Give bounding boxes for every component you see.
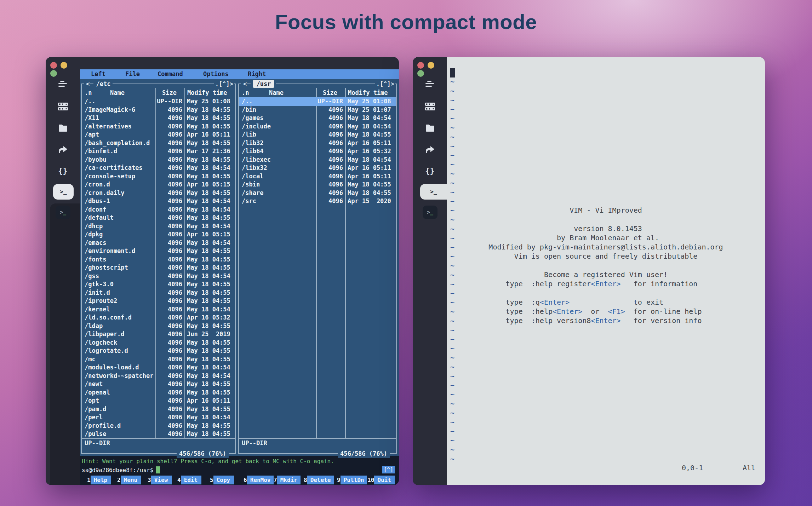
sidebar-button-hosts[interactable] (46, 102, 80, 112)
file-row[interactable]: /binfmt.d4096Mar 17 21:36 (82, 147, 235, 156)
traffic-light-zoom[interactable] (50, 70, 57, 77)
panel-path[interactable]: /usr (253, 80, 274, 88)
fkey-button-pulldn[interactable]: 9PullDn (337, 476, 367, 484)
scroll-up-badge[interactable]: [^] (382, 466, 395, 473)
menu-item-right[interactable]: Right (248, 69, 266, 79)
menu-item-command[interactable]: Command (158, 69, 183, 79)
file-row[interactable]: /dhcp4096May 18 04:54 (82, 222, 235, 231)
file-row[interactable]: /openal4096May 18 04:55 (82, 389, 235, 397)
file-row[interactable]: /gtk-3.04096May 18 04:55 (82, 280, 235, 289)
column-header-size[interactable]: Size (323, 88, 337, 97)
file-row[interactable]: /profile.d4096May 18 04:55 (82, 422, 235, 430)
column-header-modify-time[interactable]: Modify time (187, 88, 227, 97)
column-header-name[interactable]: Name (110, 88, 125, 97)
shell-prompt-line[interactable]: sa@d9a286dbee8f:/usr$[^] (82, 466, 399, 475)
sidebar-button-quick-connect[interactable] (413, 146, 447, 156)
file-row[interactable]: /libx324096Apr 16 05:11 (239, 164, 396, 172)
sidebar-button-settings-json[interactable]: {} (413, 166, 447, 176)
fkey-button-quit[interactable]: 10Quit (367, 476, 395, 484)
panel-path-header[interactable]: <─/usr (241, 80, 276, 88)
sidebar-button-files[interactable] (413, 124, 447, 134)
file-row[interactable]: /bash_completion.d4096May 18 04:55 (82, 139, 235, 148)
column-header-size[interactable]: Size (162, 88, 177, 97)
file-row[interactable]: /lib324096Apr 16 05:11 (239, 139, 396, 148)
file-row[interactable]: /cron.daily4096May 18 04:55 (82, 189, 235, 197)
fkey-button-delete[interactable]: 8Delete (304, 476, 334, 484)
file-row[interactable]: /ca-certificates4096May 18 04:54 (82, 164, 235, 172)
file-row[interactable]: /cron.d4096Apr 16 05:15 (82, 180, 235, 189)
tab-terminal-active[interactable]: >_ (53, 184, 74, 200)
file-row[interactable]: /ghostscript4096May 18 04:55 (82, 264, 235, 272)
file-row[interactable]: /..UP--DIRMay 25 01:08 (239, 97, 396, 106)
vim-editor[interactable]: ~~~~~~~~~~~~~~~~~~~~~~~~~~~~~~~~~~~~~~~~… (447, 57, 765, 485)
file-row[interactable]: /networkd-~spatcher4096May 18 04:54 (82, 372, 235, 380)
file-row[interactable]: /lib4096May 18 04:55 (239, 131, 396, 139)
traffic-light-close[interactable] (50, 62, 57, 69)
fkey-button-menu[interactable]: 2Menu (117, 476, 141, 484)
file-row[interactable]: /logrotate.d4096May 18 04:55 (82, 347, 235, 355)
fkey-button-copy[interactable]: 5Copy (210, 476, 234, 484)
menu-item-left[interactable]: Left (91, 69, 105, 79)
file-row[interactable]: /mc4096May 18 04:55 (82, 355, 235, 364)
file-row[interactable]: /perl4096May 18 04:54 (82, 413, 235, 422)
sidebar-button-files[interactable] (46, 124, 80, 134)
file-row[interactable]: /apt4096Apr 16 05:11 (82, 131, 235, 139)
panel-corner-controls[interactable]: .[^]> (375, 80, 395, 88)
file-row[interactable]: /libexec4096May 18 04:54 (239, 156, 396, 164)
file-row[interactable]: /lib644096Apr 16 05:32 (239, 147, 396, 156)
sidebar-button-settings-json[interactable]: {} (46, 166, 80, 176)
column-header-modify-time[interactable]: Modify time (348, 88, 388, 97)
file-row[interactable]: /..UP--DIRMay 25 01:08 (82, 97, 235, 106)
file-row[interactable]: /dbus-14096May 18 04:54 (82, 197, 235, 206)
traffic-light-close[interactable] (417, 62, 424, 69)
file-row[interactable]: /local4096Apr 16 05:11 (239, 172, 396, 181)
tab-terminal-inactive[interactable]: >_ (423, 206, 438, 219)
panel-corner-controls[interactable]: .[^]> (214, 80, 234, 88)
fkey-button-mkdir[interactable]: 7Mkdir (274, 476, 301, 484)
menu-item-file[interactable]: File (125, 69, 140, 79)
tab-terminal-inactive[interactable]: >_ (56, 206, 70, 219)
file-row[interactable]: /logcheck4096May 18 04:55 (82, 339, 235, 347)
sidebar-button-menu-lines[interactable] (46, 80, 80, 90)
file-row[interactable]: /libpaper.d4096Jun 25 2019 (82, 330, 235, 339)
file-row[interactable]: /alternatives4096May 18 04:55 (82, 122, 235, 131)
file-row[interactable]: /fonts4096May 18 04:55 (82, 255, 235, 264)
panel-path-header[interactable]: <─/etc (84, 80, 113, 88)
file-row[interactable]: /sbin4096May 18 04:55 (239, 180, 396, 189)
file-row[interactable]: /pam.d4096May 18 04:55 (82, 405, 235, 414)
menu-item-options[interactable]: Options (203, 69, 229, 79)
fkey-button-view[interactable]: 3View (148, 476, 172, 484)
file-row[interactable]: /init.d4096May 18 04:55 (82, 289, 235, 297)
traffic-light-minimize[interactable] (61, 62, 67, 69)
mc-terminal[interactable]: LeftFileCommandOptionsRight <─/etc.[^]>.… (80, 69, 399, 485)
column-header-n[interactable]: .n (242, 88, 249, 97)
file-row[interactable]: /gss4096May 18 04:54 (82, 272, 235, 281)
file-row[interactable]: /ImageMagick-64096May 18 04:55 (82, 106, 235, 114)
file-row[interactable]: /modules-load.d4096May 18 04:54 (82, 363, 235, 372)
file-row[interactable]: /include4096May 18 04:54 (239, 122, 396, 131)
column-header-n[interactable]: .n (85, 88, 92, 97)
traffic-light-zoom[interactable] (417, 70, 424, 77)
fkey-button-edit[interactable]: 4Edit (177, 476, 201, 484)
file-row[interactable]: /opt4096Apr 16 05:11 (82, 397, 235, 405)
sidebar-button-menu-lines[interactable] (413, 80, 447, 90)
file-row[interactable]: /environment.d4096May 18 04:55 (82, 247, 235, 255)
file-row[interactable]: /newt4096May 18 04:55 (82, 380, 235, 389)
file-row[interactable]: /games4096May 18 04:54 (239, 114, 396, 122)
file-row[interactable]: /share4096May 18 04:55 (239, 189, 396, 197)
file-row[interactable]: /ld.so.conf.d4096Apr 16 05:32 (82, 314, 235, 322)
file-row[interactable]: /X114096May 18 04:55 (82, 114, 235, 122)
file-row[interactable]: /pulse4096May 18 04:55 (82, 430, 235, 438)
file-row[interactable]: /dconf4096May 18 04:54 (82, 206, 235, 214)
file-row[interactable]: /default4096May 18 04:55 (82, 214, 235, 222)
sidebar-button-quick-connect[interactable] (46, 146, 80, 156)
file-row[interactable]: /byobu4096May 18 04:55 (82, 156, 235, 164)
file-row[interactable]: /src4096Apr 15 2020 (239, 197, 396, 206)
traffic-light-minimize[interactable] (428, 62, 434, 69)
file-row[interactable]: /console-setup4096May 18 04:55 (82, 172, 235, 181)
file-row[interactable]: /iproute24096May 18 04:55 (82, 297, 235, 305)
column-header-name[interactable]: Name (269, 88, 284, 97)
fkey-button-help[interactable]: 1Help (87, 476, 111, 484)
file-row[interactable]: /dpkg4096Apr 16 05:15 (82, 230, 235, 239)
fkey-button-renmov[interactable]: 6RenMov (244, 476, 274, 484)
